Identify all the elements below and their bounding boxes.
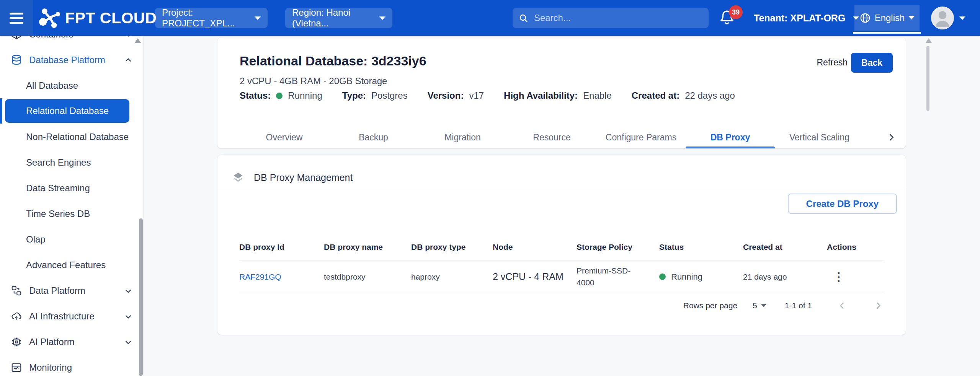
db-proxy-table: DB proxy Id DB proxy name DB proxy type … bbox=[239, 233, 884, 318]
sidebar-item-label: AI Platform bbox=[29, 337, 75, 347]
avatar bbox=[931, 7, 954, 29]
sidebar-item-label: Olap bbox=[26, 234, 46, 245]
caret-down-icon bbox=[908, 16, 915, 20]
chevron-down-icon bbox=[123, 36, 133, 39]
sidebar-item-data-platform[interactable]: Data Platform bbox=[0, 278, 143, 303]
sidebar-item-label: Data Platform bbox=[29, 285, 85, 296]
chevron-up-icon bbox=[123, 55, 133, 65]
table-header-row: DB proxy Id DB proxy name DB proxy type … bbox=[239, 233, 884, 260]
sidebar-item-containers[interactable]: Containers bbox=[0, 36, 143, 47]
sidebar-item-olap[interactable]: Olap bbox=[0, 226, 143, 252]
search-input[interactable] bbox=[533, 12, 702, 24]
sidebar-item-all-database[interactable]: All Database bbox=[0, 73, 143, 98]
cloud-bolt-icon bbox=[9, 311, 24, 322]
tabs-overflow-chevron-right-icon[interactable] bbox=[886, 132, 897, 143]
caret-down-icon bbox=[761, 304, 766, 307]
sidebar-item-label: Time Series DB bbox=[26, 208, 90, 219]
table-pagination: Rows per page 5 1-1 of 1 bbox=[239, 293, 884, 318]
sidebar-item-label: AI Infrastructure bbox=[29, 311, 95, 322]
create-db-proxy-button[interactable]: Create DB Proxy bbox=[788, 194, 897, 214]
user-menu[interactable] bbox=[931, 0, 965, 36]
next-page-button[interactable] bbox=[872, 300, 884, 311]
refresh-button[interactable]: Refresh bbox=[817, 57, 848, 68]
section-title: DB Proxy Management bbox=[254, 172, 353, 183]
sidebar-item-label: Non-Relational Database bbox=[26, 132, 129, 142]
sidebar-item-label: Search Engines bbox=[26, 157, 91, 168]
main-scrollbar-thumb[interactable] bbox=[926, 46, 929, 111]
tab-backup[interactable]: Backup bbox=[329, 126, 418, 148]
version-field: Version: v17 bbox=[428, 90, 484, 101]
db-proxy-name-cell: testdbproxy bbox=[324, 272, 411, 282]
sidebar-item-ai-infrastructure[interactable]: AI Infrastructure bbox=[0, 303, 143, 329]
previous-page-button[interactable] bbox=[836, 300, 848, 311]
caret-down-icon bbox=[379, 16, 385, 20]
sidebar-item-ai-platform[interactable]: AI Platform bbox=[0, 329, 143, 355]
sidebar-item-search-engines[interactable]: Search Engines bbox=[0, 150, 143, 175]
brand-logo[interactable]: FPT CLOUD bbox=[39, 0, 157, 36]
tab-overview[interactable]: Overview bbox=[240, 126, 329, 148]
sidebar-item-relational-database[interactable]: Relational Database bbox=[5, 99, 129, 123]
language-selector[interactable]: English bbox=[854, 5, 920, 31]
type-field: Type: Postgres bbox=[342, 90, 408, 101]
chip-icon bbox=[9, 336, 24, 348]
main-scroll-up-icon[interactable] bbox=[926, 38, 932, 43]
sidebar-item-label: Relational Database bbox=[26, 106, 109, 116]
sidebar-item-label: Containers bbox=[29, 36, 74, 40]
notifications-button[interactable]: 39 bbox=[719, 8, 746, 30]
tenant-selector[interactable]: Tenant: XPLAT-ORG bbox=[754, 0, 859, 36]
sidebar-item-database-platform[interactable]: Database Platform bbox=[0, 47, 143, 73]
hamburger-icon bbox=[10, 22, 23, 24]
rows-per-page-select[interactable]: 5 bbox=[753, 301, 766, 310]
col-actions: Actions bbox=[827, 243, 884, 252]
search-icon bbox=[519, 13, 528, 23]
back-button[interactable]: Back bbox=[851, 53, 893, 73]
main-content: Relational Database: 3d233iy6 2 vCPU - 4… bbox=[143, 36, 980, 376]
hamburger-menu-button[interactable] bbox=[0, 0, 33, 36]
monitoring-icon bbox=[9, 362, 24, 373]
status-dot-running bbox=[659, 273, 666, 280]
caret-down-icon bbox=[255, 16, 261, 20]
global-search bbox=[513, 8, 709, 28]
sidebar-scrollbar-thumb[interactable] bbox=[139, 218, 143, 376]
tab-vertical-scaling[interactable]: Vertical Scaling bbox=[775, 126, 864, 148]
project-selector-label: Project: PROJECT_XPL... bbox=[162, 7, 255, 29]
containers-icon bbox=[9, 36, 24, 40]
tab-configure-params[interactable]: Configure Params bbox=[596, 126, 686, 148]
tab-resource[interactable]: Resource bbox=[507, 126, 596, 148]
project-selector[interactable]: Project: PROJECT_XPL... bbox=[155, 8, 268, 28]
region-selector-label: Region: Hanoi (Vietna... bbox=[292, 7, 379, 29]
notification-count-badge: 39 bbox=[729, 5, 743, 19]
data-platform-icon bbox=[9, 285, 24, 296]
tab-db-proxy[interactable]: DB Proxy bbox=[686, 126, 775, 148]
database-status-row: Status: Running Type: Postgres Version: … bbox=[240, 90, 735, 101]
tab-migration[interactable]: Migration bbox=[418, 126, 507, 148]
sidebar: Containers Database Platform All Databas… bbox=[0, 36, 144, 376]
row-actions-kebab-icon[interactable]: ⋮ bbox=[833, 271, 884, 283]
status-field: Status: Running bbox=[240, 90, 322, 101]
person-icon bbox=[931, 7, 954, 29]
fpt-cloud-console: FPT CLOUD Project: PROJECT_XPL... Region… bbox=[0, 0, 980, 376]
sidebar-item-label: Data Streaming bbox=[26, 183, 90, 194]
db-proxy-section-header: DB Proxy Management bbox=[232, 171, 353, 184]
sidebar-item-label: Monitoring bbox=[29, 362, 72, 373]
sidebar-item-time-series-db[interactable]: Time Series DB bbox=[0, 201, 143, 226]
sidebar-item-label: Database Platform bbox=[29, 55, 105, 65]
fpt-molecule-icon bbox=[39, 7, 61, 29]
sidebar-scroll-up-icon[interactable] bbox=[134, 38, 141, 43]
node-cell: 2 vCPU - 4 RAM bbox=[493, 271, 577, 282]
sidebar-item-non-relational-database[interactable]: Non-Relational Database bbox=[0, 124, 143, 150]
hamburger-icon bbox=[10, 17, 23, 19]
sidebar-item-monitoring[interactable]: Monitoring bbox=[0, 355, 143, 376]
db-proxy-id-link[interactable]: RAF291GQ bbox=[239, 272, 324, 282]
col-storage-policy: Storage Policy bbox=[577, 243, 659, 252]
top-navbar: FPT CLOUD Project: PROJECT_XPL... Region… bbox=[0, 0, 980, 36]
page-title: Relational Database: 3d233iy6 bbox=[240, 54, 426, 68]
sidebar-item-advanced-features[interactable]: Advanced Features bbox=[0, 252, 143, 278]
region-selector[interactable]: Region: Hanoi (Vietna... bbox=[285, 8, 392, 28]
col-status: Status bbox=[659, 243, 743, 252]
brand-name: FPT CLOUD bbox=[65, 9, 157, 27]
table-row: RAF291GQ testdbproxy haproxy 2 vCPU - 4 … bbox=[239, 261, 884, 293]
sidebar-nav: Containers Database Platform All Databas… bbox=[0, 36, 143, 376]
col-db-proxy-type: DB proxy type bbox=[411, 243, 493, 252]
sidebar-item-data-streaming[interactable]: Data Streaming bbox=[0, 175, 143, 201]
